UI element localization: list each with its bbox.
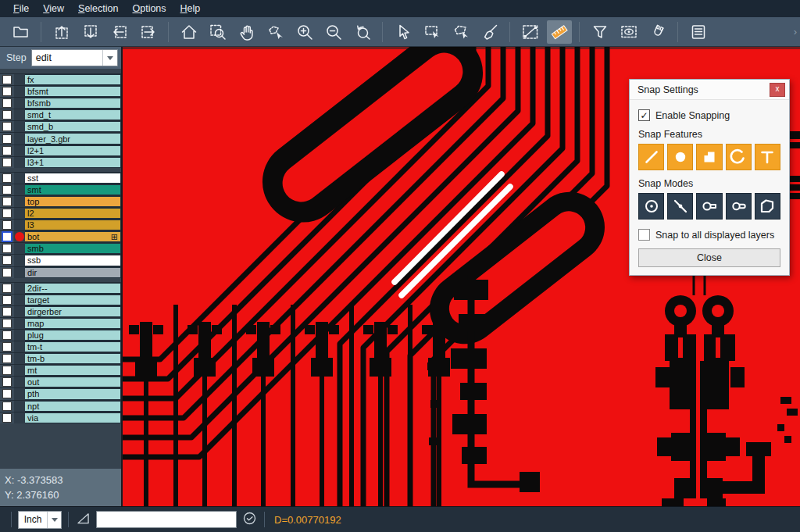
layer-item-bot[interactable]: bot⊞ (25, 231, 121, 242)
layer-item-map[interactable]: map (25, 318, 121, 329)
menu-help[interactable]: Help (173, 2, 208, 16)
layer-visibility-checkbox-l2[interactable] (2, 209, 12, 218)
snap-mode-point-on-line-button[interactable] (667, 193, 693, 220)
toolbar-ruler-button[interactable] (547, 20, 572, 44)
toolbar-pan-button[interactable] (234, 20, 259, 44)
layer-visibility-checkbox-smd_b[interactable] (2, 122, 12, 131)
unit-select[interactable]: Inch (18, 511, 62, 529)
layer-visibility-checkbox-map[interactable] (2, 319, 12, 328)
toolbar-home-button[interactable] (177, 20, 202, 44)
layer-item-out[interactable]: out (25, 377, 121, 387)
snap-feature-surface-button[interactable] (696, 144, 722, 170)
layer-item-ssb[interactable]: ssb (25, 255, 121, 266)
layer-item-fx[interactable]: fx (25, 74, 121, 85)
layer-item-smt[interactable]: smt (25, 184, 121, 195)
layer-visibility-checkbox-2dir--[interactable] (2, 284, 12, 293)
layer-item-smd_b[interactable]: smd_b (25, 121, 121, 132)
layer-visibility-checkbox-via[interactable] (2, 413, 12, 423)
toolbar-view-box-button[interactable] (616, 20, 641, 44)
layer-item-dir[interactable]: dir (25, 267, 121, 278)
snap-feature-pad-button[interactable] (667, 144, 693, 170)
snap-mode-center-button[interactable] (638, 193, 664, 220)
snap-feature-arc-button[interactable] (726, 144, 752, 170)
layer-visibility-checkbox-bot[interactable] (2, 231, 12, 242)
toolbar-pad-right-button[interactable] (136, 20, 161, 44)
layer-item-via[interactable]: via (25, 412, 121, 423)
toolbar-select-poly-button[interactable] (448, 20, 473, 44)
toolbar-form-button[interactable] (686, 20, 711, 44)
layer-item-l2+1[interactable]: l2+1 (25, 145, 121, 156)
layer-item-top[interactable]: top (25, 196, 121, 207)
layer-visibility-checkbox-target[interactable] (2, 295, 12, 305)
toolbar-zoom-back-button[interactable] (350, 20, 375, 44)
toolbar-open-button[interactable] (9, 20, 34, 44)
toolbar-measure-line-button[interactable] (518, 20, 543, 44)
menu-view[interactable]: View (36, 2, 71, 16)
toolbar-pad-up-button[interactable] (49, 20, 74, 44)
layer-visibility-checkbox-l2+1[interactable] (2, 146, 12, 155)
toolbar-zoom-in-button[interactable] (292, 20, 317, 44)
toolbar-magnet-button[interactable] (645, 20, 670, 44)
layer-item-bfsmb[interactable]: bfsmb (25, 98, 121, 109)
layer-item-tm-b[interactable]: tm-b (25, 353, 121, 364)
layer-item-target[interactable]: target (25, 295, 121, 305)
layer-visibility-checkbox-fx[interactable] (2, 75, 12, 84)
toolbar-filter-button[interactable] (588, 20, 612, 44)
snap-feature-text-button[interactable] (755, 144, 780, 170)
layer-item-tm-t[interactable]: tm-t (25, 341, 121, 352)
layer-visibility-checkbox-sst[interactable] (2, 173, 12, 183)
toolbar-pad-down-button[interactable] (78, 20, 103, 44)
layer-item-smd_t[interactable]: smd_t (25, 109, 121, 120)
toolbar-select-button[interactable] (391, 20, 416, 44)
layer-visibility-checkbox-out[interactable] (2, 377, 12, 387)
toolbar-pad-left-button[interactable] (107, 20, 132, 44)
layer-visibility-checkbox-layer_3.gbr[interactable] (2, 134, 12, 144)
layer-visibility-checkbox-l3+1[interactable] (2, 158, 12, 167)
layer-visibility-checkbox-tm-t[interactable] (2, 342, 12, 352)
layer-grid-icon[interactable]: ⊞ (111, 233, 118, 241)
layer-item-smb[interactable]: smb (25, 243, 121, 254)
layer-item-dirgerber[interactable]: dirgerber (25, 306, 121, 317)
layer-visibility-checkbox-bfsmb[interactable] (2, 98, 12, 108)
toolbar-overflow-icon[interactable]: › (794, 26, 797, 37)
command-input[interactable] (96, 511, 237, 528)
layer-visibility-checkbox-plug[interactable] (2, 330, 12, 340)
layer-item-plug[interactable]: plug (25, 330, 121, 341)
layer-visibility-checkbox-top[interactable] (2, 197, 12, 206)
angle-mode-icon[interactable] (75, 510, 91, 530)
dialog-title-bar[interactable]: Snap Settings x (630, 80, 789, 100)
layer-item-bfsmt[interactable]: bfsmt (25, 86, 121, 97)
snap-mode-contour-button[interactable] (755, 193, 780, 220)
toolbar-zoom-window-button[interactable] (205, 20, 230, 44)
layer-item-2dir--[interactable]: 2dir-- (25, 283, 121, 294)
layer-visibility-checkbox-dirgerber[interactable] (2, 307, 12, 316)
toolbar-move-shape-button[interactable] (263, 20, 288, 44)
layer-item-layer_3.gbr[interactable]: layer_3.gbr (25, 133, 121, 144)
snap-mode-pad-outline-button[interactable] (726, 193, 752, 220)
step-select[interactable]: edit (31, 49, 118, 66)
layer-visibility-checkbox-npt[interactable] (2, 402, 12, 411)
layer-visibility-checkbox-ssb[interactable] (2, 255, 12, 265)
layer-visibility-checkbox-smt[interactable] (2, 185, 12, 195)
layer-item-npt[interactable]: npt (25, 401, 121, 412)
toolbar-zoom-out-button[interactable] (321, 20, 346, 44)
dialog-close-icon[interactable]: x (770, 83, 785, 97)
layer-visibility-checkbox-smb[interactable] (2, 244, 12, 253)
layer-visibility-checkbox-dir[interactable] (2, 268, 12, 277)
toolbar-select-rect-button[interactable] (420, 20, 445, 44)
snap-feature-line-button[interactable] (638, 144, 664, 170)
layer-visibility-checkbox-tm-b[interactable] (2, 354, 12, 363)
snap-mode-pad-slot-button[interactable] (696, 193, 722, 220)
layer-visibility-checkbox-pth[interactable] (2, 389, 12, 398)
layer-item-pth[interactable]: pth (25, 388, 121, 399)
layer-visibility-checkbox-smd_t[interactable] (2, 110, 12, 120)
enable-snapping-checkbox[interactable]: ✓ (638, 109, 650, 121)
layer-item-l3[interactable]: l3 (25, 220, 121, 230)
layer-visibility-checkbox-bfsmt[interactable] (2, 87, 12, 96)
layer-item-l3+1[interactable]: l3+1 (25, 157, 121, 168)
snap-all-layers-checkbox[interactable] (638, 229, 650, 241)
layer-item-mt[interactable]: mt (25, 365, 121, 376)
layer-visibility-checkbox-mt[interactable] (2, 366, 12, 375)
layer-item-l2[interactable]: l2 (25, 208, 121, 219)
close-button[interactable]: Close (638, 248, 780, 267)
